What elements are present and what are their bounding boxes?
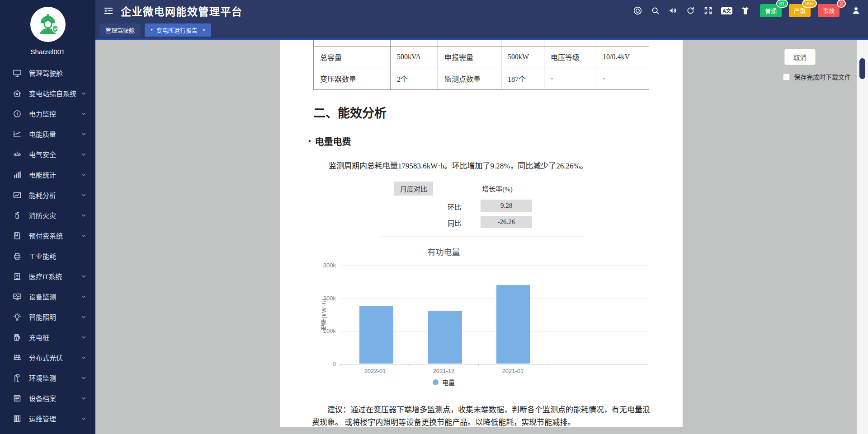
sidebar-item-14[interactable]: 分布式光伏 xyxy=(0,347,95,368)
table-cell: - xyxy=(544,67,596,90)
chevron-down-icon xyxy=(81,213,86,218)
user-icon[interactable] xyxy=(851,6,861,15)
target-icon[interactable] xyxy=(633,6,642,15)
sidebar-item-0[interactable]: 管理驾驶舱 xyxy=(0,63,95,83)
sidebar-item-2[interactable]: 电力监控 xyxy=(0,103,95,124)
alarm-badge-label: 事故 xyxy=(823,8,835,14)
table-cell: 500kVA xyxy=(391,47,438,67)
sidebar-item-10[interactable]: 医疗IT系统 xyxy=(0,266,95,286)
table-cell: 10/0.4kV xyxy=(596,47,649,67)
section-title: 二、能效分析 xyxy=(313,103,683,121)
sidebar-item-5[interactable]: 电能统计 xyxy=(0,164,95,185)
alarm-badge-1[interactable]: 严重99+ xyxy=(789,4,811,17)
solar-pv-icon xyxy=(13,353,22,362)
sidebar-item-label: 充电桩 xyxy=(29,332,81,342)
chevron-down-icon xyxy=(81,152,86,157)
alarm-count-badge: 2 xyxy=(837,0,846,8)
chart-x-category-label: 2021-01 xyxy=(478,368,547,374)
translate-icon[interactable]: A文 xyxy=(721,7,732,14)
table-cell xyxy=(438,40,501,47)
scrollbar-thumb[interactable] xyxy=(859,58,865,79)
refresh-icon[interactable] xyxy=(686,6,695,15)
growth-rate-header: 增长率(%) xyxy=(452,184,542,193)
download-option-row: 保存完成时下载文件 xyxy=(783,72,851,81)
sidebar-item-9[interactable]: 工业能耗 xyxy=(0,246,95,266)
sidebar-item-8[interactable]: 预付费系统 xyxy=(0,225,95,246)
chart-bar xyxy=(428,311,462,364)
sidebar-item-15[interactable]: 环境监测 xyxy=(0,368,95,388)
table-cell xyxy=(501,40,544,47)
sidebar-item-12[interactable]: 智能照明 xyxy=(0,307,95,327)
scrollbar-track[interactable] xyxy=(857,40,868,434)
volume-icon[interactable] xyxy=(668,6,678,15)
cancel-button[interactable]: 取消 xyxy=(784,49,816,65)
collapse-menu-icon[interactable] xyxy=(104,7,113,15)
sidebar-item-label: 能耗分析 xyxy=(29,190,81,200)
sidebar-item-label: 环境监测 xyxy=(29,373,81,383)
chart-x-tick xyxy=(478,364,479,366)
fullscreen-icon[interactable] xyxy=(703,6,713,15)
chevron-down-icon xyxy=(81,335,86,340)
avatar[interactable] xyxy=(30,7,66,42)
sidebar-item-6[interactable]: 能耗分析 xyxy=(0,185,95,205)
alarm-badge-label: 普通 xyxy=(765,8,777,14)
theme-shirt-icon[interactable] xyxy=(741,6,750,15)
chevron-down-icon xyxy=(81,294,86,299)
table-cell xyxy=(544,40,596,47)
compare-row-value: -26.26 xyxy=(481,216,532,228)
electric-safety-alarm-icon xyxy=(13,150,22,159)
tab-1[interactable]: ●变电所运行报告× xyxy=(145,23,211,37)
energy-stats-bars-icon xyxy=(13,170,22,179)
compare-row-value: 9.28 xyxy=(481,200,532,212)
alarm-count-badge: 99+ xyxy=(802,0,817,8)
download-checkbox[interactable] xyxy=(783,74,790,80)
fire-extinguisher-icon xyxy=(13,211,22,220)
sidebar-profile: Shacrel001 xyxy=(0,0,95,56)
app-root: Shacrel001 管理驾驶舱变电站综自系统电力监控电能质量电气安全电能统计能… xyxy=(0,0,868,434)
chevron-down-icon xyxy=(81,416,86,421)
sidebar-item-7[interactable]: 消防火灾 xyxy=(0,205,95,225)
sidebar-item-3[interactable]: 电能质量 xyxy=(0,124,95,144)
table-row-clipped xyxy=(314,40,649,47)
sidebar-item-label: 电气安全 xyxy=(29,149,81,159)
sidebar-item-label: 变电站综自系统 xyxy=(29,89,81,98)
chart-gridline xyxy=(340,364,648,364)
chevron-down-icon xyxy=(81,233,86,238)
sidebar-item-13[interactable]: 充电桩 xyxy=(0,327,95,347)
sidebar-item-label: 管理驾驶舱 xyxy=(29,68,86,78)
chevron-down-icon xyxy=(81,111,86,117)
industry-machine-icon xyxy=(13,252,22,261)
sidebar-item-label: 设备监测 xyxy=(29,292,81,301)
alarm-badges: 普通81严重99+事故2 xyxy=(760,4,840,17)
sidebar-item-label: 消防火灾 xyxy=(29,210,81,220)
compare-label: 月度对比 xyxy=(394,182,433,196)
sidebar-item-label: 设备档案 xyxy=(29,393,81,403)
chevron-down-icon xyxy=(81,375,86,381)
sidebar-item-4[interactable]: 电气安全 xyxy=(0,144,95,164)
sidebar-item-label: 预付费系统 xyxy=(29,231,81,240)
active-tab-dot-icon: ● xyxy=(151,28,153,32)
tab-0[interactable]: 管理驾驶舱 xyxy=(99,23,141,37)
translate-icon-label: A文 xyxy=(721,7,732,14)
substation-home-icon xyxy=(13,89,22,98)
search-icon[interactable] xyxy=(651,6,660,15)
subsection-label: 电量电费 xyxy=(315,135,351,148)
table-cell: 变压器数量 xyxy=(314,67,391,90)
sidebar-item-11[interactable]: 设备监测 xyxy=(0,286,95,307)
chevron-down-icon xyxy=(81,131,86,137)
chart-x-category-label: 2021-12 xyxy=(409,368,478,374)
chart-y-tick-label: 300k xyxy=(315,262,336,269)
chart-legend[interactable]: 电量 xyxy=(340,378,547,387)
chart-x-tick xyxy=(547,364,547,366)
alarm-badge-2[interactable]: 事故2 xyxy=(818,4,840,17)
tab-close-icon[interactable]: × xyxy=(202,27,206,33)
sidebar-item-17[interactable]: 运维管理 xyxy=(0,408,95,429)
ev-charger-icon xyxy=(13,333,22,342)
sidebar-item-16[interactable]: 设备档案 xyxy=(0,388,95,408)
alarm-badge-0[interactable]: 普通81 xyxy=(760,4,782,17)
active-energy-chart: 有功电量 电量(kW·h) 300k200k100k02022-012021-1… xyxy=(280,246,683,395)
page-title: 企业微电网能效管理平台 xyxy=(121,3,243,19)
month-compare-block: 月度对比 增长率(%) 环比9.28同比-26.26 xyxy=(280,182,683,239)
chart-bar xyxy=(496,285,530,364)
sidebar-item-1[interactable]: 变电站综自系统 xyxy=(0,83,95,103)
